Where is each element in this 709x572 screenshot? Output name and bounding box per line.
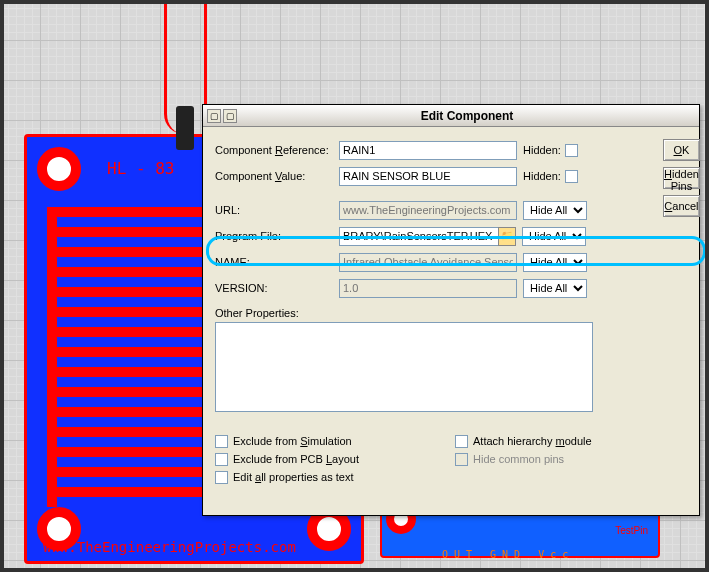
edit-all-checkbox[interactable] bbox=[215, 471, 228, 484]
hide-common-label: Hide common pins bbox=[473, 453, 564, 465]
attach-hierarchy-checkbox[interactable] bbox=[455, 435, 468, 448]
program-file-input[interactable] bbox=[339, 227, 499, 246]
exclude-sim-checkbox[interactable] bbox=[215, 435, 228, 448]
label-component-value: Component Value: bbox=[215, 170, 339, 182]
label-component-reference: Component Reference: bbox=[215, 144, 339, 156]
browse-button[interactable]: 📁 bbox=[498, 227, 516, 246]
hidden-label: Hidden: bbox=[523, 170, 561, 182]
connector-pin-icon bbox=[176, 106, 194, 150]
hidden-pins-button[interactable]: Hidden Pins bbox=[663, 167, 700, 189]
exclude-pcb-checkbox[interactable] bbox=[215, 453, 228, 466]
other-properties-textarea[interactable] bbox=[215, 322, 593, 412]
ok-button[interactable]: OK bbox=[663, 139, 700, 161]
visibility-select[interactable]: Hide All bbox=[523, 201, 587, 220]
hidden-checkbox[interactable] bbox=[565, 170, 578, 183]
mount-hole-icon bbox=[37, 147, 81, 191]
dialog-titlebar[interactable]: ▢ ▢ Edit Component bbox=[203, 105, 699, 127]
hidden-checkbox[interactable] bbox=[565, 144, 578, 157]
component-value-input[interactable] bbox=[339, 167, 517, 186]
label-program-file: Program File: bbox=[215, 230, 339, 242]
titlebar-icon-button[interactable]: ▢ bbox=[223, 109, 237, 123]
label-name: NAME: bbox=[215, 256, 339, 268]
attach-hierarchy-label: Attach hierarchy module bbox=[473, 435, 592, 447]
hide-common-checkbox bbox=[455, 453, 468, 466]
cancel-button[interactable]: Cancel bbox=[663, 195, 700, 217]
visibility-select[interactable]: Hide All bbox=[523, 279, 587, 298]
version-input[interactable] bbox=[339, 279, 517, 298]
exclude-sim-label: Exclude from Simulation bbox=[233, 435, 352, 447]
visibility-select[interactable]: Hide All bbox=[522, 227, 586, 246]
pcb-url: www.TheEngineeringProjects.com bbox=[43, 539, 296, 555]
label-version: VERSION: bbox=[215, 282, 339, 294]
dialog-title: Edit Component bbox=[239, 109, 695, 123]
module-pin-labels: OUT GND Vcc bbox=[442, 549, 574, 560]
label-url: URL: bbox=[215, 204, 339, 216]
url-input[interactable] bbox=[339, 201, 517, 220]
titlebar-icon-button[interactable]: ▢ bbox=[207, 109, 221, 123]
pcb-label: HL - 83 bbox=[107, 159, 174, 178]
visibility-select[interactable]: Hide All bbox=[523, 253, 587, 272]
edit-component-dialog: ▢ ▢ Edit Component Component Reference: … bbox=[202, 104, 700, 516]
exclude-pcb-label: Exclude from PCB Layout bbox=[233, 453, 359, 465]
edit-all-label: Edit all properties as text bbox=[233, 471, 353, 483]
module-testpin-label: TestPin bbox=[615, 525, 648, 536]
name-input[interactable] bbox=[339, 253, 517, 272]
folder-icon: 📁 bbox=[501, 230, 513, 241]
label-other-properties: Other Properties: bbox=[215, 307, 655, 319]
hidden-label: Hidden: bbox=[523, 144, 561, 156]
component-reference-input[interactable] bbox=[339, 141, 517, 160]
